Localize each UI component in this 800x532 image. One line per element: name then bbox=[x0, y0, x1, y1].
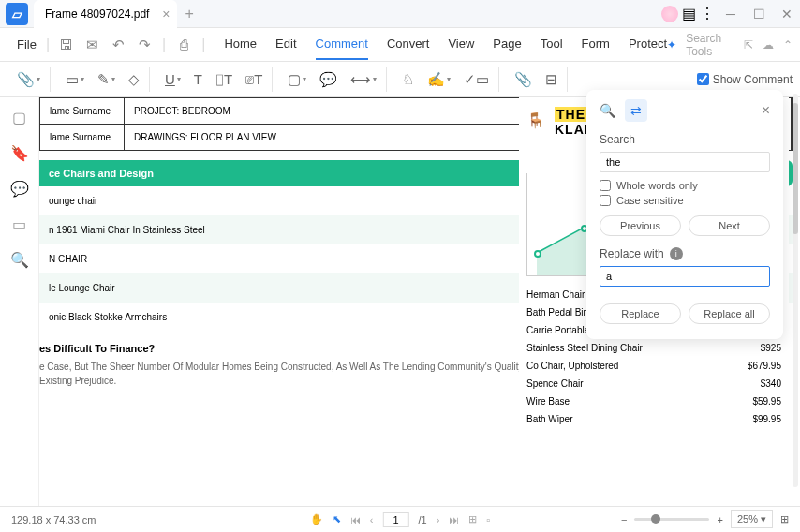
menu-tabs: Home Edit Comment Convert View Page Tool… bbox=[224, 29, 667, 60]
search-replace-panel: 🔍 ⇄ × Search Whole words only Case sensi… bbox=[586, 90, 783, 339]
zoom-out-icon[interactable]: − bbox=[621, 514, 627, 525]
info-icon[interactable]: i bbox=[670, 247, 683, 260]
price-row: Co Chair, Upholstered$679.95 bbox=[526, 357, 781, 375]
replace-button[interactable]: Replace bbox=[600, 303, 681, 324]
chair-icon: 🪑 bbox=[526, 111, 547, 132]
share-icon[interactable]: ⇱ bbox=[744, 38, 753, 52]
tab-edit[interactable]: Edit bbox=[275, 29, 296, 60]
prev-page-icon[interactable]: ‹ bbox=[370, 514, 374, 525]
price-row: Spence Chair$340 bbox=[526, 375, 781, 392]
zoom-slider[interactable] bbox=[634, 518, 709, 521]
pencil-tool[interactable]: ✎▾ bbox=[97, 71, 115, 88]
close-panel-icon[interactable]: × bbox=[762, 102, 770, 119]
add-tab-button[interactable]: + bbox=[185, 6, 193, 22]
next-page-icon[interactable]: › bbox=[437, 514, 440, 525]
fit-width-icon[interactable]: ⊞ bbox=[468, 513, 477, 525]
measure-tool[interactable]: ⟷▾ bbox=[350, 71, 377, 88]
sparkle-icon[interactable]: ✦ bbox=[667, 38, 676, 52]
whole-words-check[interactable]: Whole words only bbox=[600, 180, 770, 191]
fit-page-icon[interactable]: ▫ bbox=[486, 514, 490, 525]
search-input[interactable] bbox=[600, 152, 770, 172]
eraser-tool[interactable]: ◇ bbox=[128, 71, 140, 88]
tab-form[interactable]: Form bbox=[582, 29, 610, 60]
collapse-icon[interactable]: ⌃ bbox=[783, 38, 793, 52]
zoom-in-icon[interactable]: + bbox=[717, 514, 722, 525]
price-row: Wire Base$59.95 bbox=[526, 392, 781, 410]
replace-all-button[interactable]: Replace all bbox=[689, 303, 770, 324]
tab-view[interactable]: View bbox=[448, 29, 474, 60]
tab-tool[interactable]: Tool bbox=[541, 29, 563, 60]
bookmark-icon[interactable]: 🔖 bbox=[11, 144, 28, 161]
fullscreen-icon[interactable]: ⊞ bbox=[780, 513, 789, 525]
case-sensitive-check[interactable]: Case sensitive bbox=[600, 195, 770, 206]
mail-icon[interactable]: ✉ bbox=[83, 37, 100, 53]
select-tool-icon[interactable]: ⬉ bbox=[333, 513, 341, 525]
replace-mode-icon[interactable]: ⇄ bbox=[625, 99, 647, 122]
note-tool[interactable]: 📎▾ bbox=[17, 71, 40, 88]
text-tool[interactable]: T bbox=[194, 71, 202, 87]
tab-comment[interactable]: Comment bbox=[316, 29, 368, 60]
file-menu[interactable]: File bbox=[7, 37, 46, 52]
search-tools-input[interactable]: Search Tools bbox=[686, 32, 734, 58]
signature-tool[interactable]: ✍▾ bbox=[427, 71, 451, 88]
tab-title: Frame 48097024.pdf bbox=[45, 7, 149, 21]
thumbnails-icon[interactable]: ▢ bbox=[11, 109, 28, 126]
attachment-tool[interactable]: 📎 bbox=[514, 71, 532, 88]
hand-tool-icon[interactable]: ✋ bbox=[310, 513, 323, 525]
next-button[interactable]: Next bbox=[689, 215, 770, 236]
tab-protect[interactable]: Protect bbox=[629, 29, 667, 60]
search-mode-icon[interactable]: 🔍 bbox=[600, 103, 615, 118]
hide-tool[interactable]: ⊟ bbox=[545, 71, 557, 88]
page-dimensions: 129.18 x 74.33 cm bbox=[11, 514, 96, 525]
comment-tool[interactable]: 💬 bbox=[319, 71, 337, 88]
close-tab-icon[interactable]: × bbox=[162, 7, 170, 22]
search-label: Search bbox=[600, 133, 770, 146]
underline-tool[interactable]: U▾ bbox=[165, 71, 181, 87]
previous-button[interactable]: Previous bbox=[600, 215, 681, 236]
document-tab[interactable]: Frame 48097024.pdf × bbox=[34, 0, 177, 28]
save-icon[interactable]: 🖫 bbox=[57, 37, 74, 53]
first-page-icon[interactable]: ⏮ bbox=[350, 514, 361, 525]
stamp-tool[interactable]: ▭▾ bbox=[66, 71, 84, 88]
theme-icon[interactable] bbox=[661, 6, 678, 22]
kebab-menu-icon[interactable]: ⋮ bbox=[699, 6, 716, 22]
callout-tool[interactable]: ⎚T bbox=[245, 71, 262, 87]
tab-page[interactable]: Page bbox=[493, 29, 521, 60]
comments-icon[interactable]: 💬 bbox=[11, 180, 28, 197]
attachments-icon[interactable]: ▭ bbox=[11, 215, 28, 232]
price-row: Stainless Steel Dining Chair$925 bbox=[526, 339, 781, 357]
close-window-button[interactable]: ✕ bbox=[774, 1, 800, 27]
minimize-button[interactable]: ─ bbox=[718, 1, 744, 27]
scrollbar[interactable] bbox=[793, 94, 798, 487]
replace-label: Replace with bbox=[600, 247, 664, 260]
print-icon[interactable]: ⎙ bbox=[175, 37, 192, 53]
tab-convert[interactable]: Convert bbox=[387, 29, 430, 60]
shape-tool[interactable]: ▢▾ bbox=[288, 71, 306, 88]
show-comment-checkbox[interactable] bbox=[697, 73, 709, 85]
maximize-button[interactable]: ☐ bbox=[746, 1, 772, 27]
zoom-select[interactable]: 25% ▾ bbox=[731, 510, 773, 528]
redo-icon[interactable]: ↷ bbox=[136, 37, 153, 53]
replace-input[interactable] bbox=[600, 266, 770, 287]
last-page-icon[interactable]: ⏭ bbox=[449, 514, 459, 525]
undo-icon[interactable]: ↶ bbox=[110, 37, 126, 53]
search-icon[interactable]: 🔍 bbox=[11, 251, 28, 268]
show-comment-toggle[interactable]: Show Comment bbox=[697, 73, 793, 86]
scroll-thumb[interactable] bbox=[793, 103, 798, 234]
cloud-icon[interactable]: ☁ bbox=[763, 38, 774, 52]
approve-tool[interactable]: ✓▭ bbox=[464, 71, 489, 88]
app-icon: ▱ bbox=[6, 3, 28, 25]
textbox-tool[interactable]: ⌷T bbox=[215, 71, 232, 87]
page-input[interactable] bbox=[382, 512, 408, 527]
tab-home[interactable]: Home bbox=[224, 29, 257, 60]
notification-icon[interactable]: ▤ bbox=[680, 6, 697, 22]
price-row: Bath Wiper$99.95 bbox=[526, 410, 781, 428]
stamp-icon[interactable]: ♘ bbox=[402, 71, 414, 88]
